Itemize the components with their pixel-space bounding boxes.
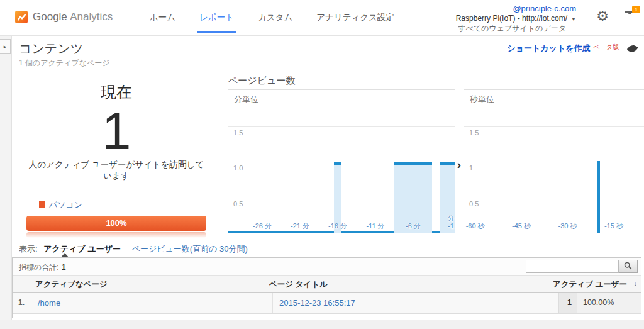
nav-item-home[interactable]: ホーム <box>150 0 175 35</box>
row-page-title: 2015-12-23 16:55:17 <box>272 293 558 313</box>
zero-line <box>251 231 258 233</box>
data-table: 指標の合計:1 アクティブなページ ページ タイトル アクティブ ユーザー ↓ … <box>12 257 641 318</box>
zero-line <box>319 231 326 233</box>
metric-total-label: 指標の合計: <box>19 263 59 272</box>
page-title-link[interactable]: 2015-12-23 16:55:17 <box>279 298 355 308</box>
brand: Google Analytics <box>15 11 113 23</box>
zero-line <box>432 231 440 233</box>
metric-total: 指標の合計:1 <box>19 262 65 273</box>
zero-line <box>266 231 274 233</box>
chart-bar <box>425 162 432 233</box>
account-info: @principle-c.com Raspberry Pi(IoT) - htt… <box>456 4 576 33</box>
zero-line <box>236 231 243 233</box>
create-shortcut-link[interactable]: ショートカットを作成 <box>507 43 590 54</box>
shortcut-row: ショートカットを作成 ベータ版 <box>507 43 639 54</box>
nav-item-admin[interactable]: アナリティクス設定 <box>316 0 394 35</box>
minute-plot: 1.51.00.5-26 分-21 分-16 分-11 分-6 分分 -1 <box>228 90 455 235</box>
column-header-active-users[interactable]: アクティブ ユーザー <box>553 279 627 290</box>
view-option-pageviews-link[interactable]: ページビュー数(直前の 30分間) <box>132 244 248 254</box>
zero-line <box>349 231 357 233</box>
column-header-active-page[interactable]: アクティブなページ <box>35 279 108 290</box>
table-search-input[interactable] <box>526 260 619 273</box>
column-header-page-title[interactable]: ページ タイトル <box>269 279 328 290</box>
zero-line <box>258 231 266 233</box>
zero-line <box>281 231 289 233</box>
screen: Google Analytics ホーム レポート カスタム アナリティクス設定… <box>0 0 644 329</box>
row-active-page: /home <box>30 293 272 313</box>
account-property-row[interactable]: Raspberry Pi(IoT) - http://iot.com/▼ <box>456 14 576 24</box>
view-toggle: 表示: アクティブ ユーザー ページビュー数(直前の 30分間) <box>19 243 248 255</box>
x-tick-label: -6 分 <box>406 222 421 230</box>
zero-line <box>296 231 304 233</box>
x-tick-label: -16 分 <box>328 222 347 230</box>
active-users-caption: 人のアクティブ ユーザーがサイトを訪問しています <box>26 159 206 182</box>
account-view-label: すべてのウェブサイトのデータ <box>456 24 566 33</box>
zero-line <box>387 231 394 233</box>
seconds-chart-panel: 秒単位 1.510.5-60 秒-45 秒-30 秒-15 秒 <box>464 89 644 235</box>
notification-badge: 1 <box>632 6 640 13</box>
zero-line <box>357 231 364 233</box>
device-legend-link[interactable]: パソコン <box>49 200 82 209</box>
brand-google: Google <box>33 11 67 23</box>
chevron-right-icon[interactable]: › <box>455 158 464 172</box>
row-active-users: 1 <box>558 293 577 313</box>
table-search-button[interactable] <box>619 260 638 273</box>
beta-badge: ベータ版 <box>594 43 619 52</box>
y-tick-label: 1 <box>469 164 473 172</box>
zero-line <box>311 231 319 233</box>
seconds-panel-label: 秒単位 <box>470 94 494 105</box>
nav-item-reports[interactable]: レポート <box>199 0 234 35</box>
grid-line <box>464 198 644 198</box>
table-search <box>526 260 638 273</box>
x-tick-label: -30 秒 <box>558 222 577 230</box>
zero-line <box>289 231 296 233</box>
zero-line <box>379 231 387 233</box>
brand-analytics: Analytics <box>70 11 113 23</box>
main-nav: ホーム レポート カスタム アナリティクス設定 <box>150 0 394 35</box>
x-tick-label: -60 秒 <box>466 222 485 230</box>
chart-bar <box>597 161 600 233</box>
x-tick-label: -21 分 <box>291 222 309 230</box>
active-page-link[interactable]: /home <box>38 298 60 308</box>
x-tick-label: -11 分 <box>366 222 384 230</box>
legend-swatch <box>39 201 45 208</box>
page-subtitle: 1 個のアクティブなページ <box>19 58 110 69</box>
sort-descending-icon[interactable]: ↓ <box>634 279 638 287</box>
device-percent-bar: 100% <box>26 216 206 231</box>
collapsed-sidebar: ▸ <box>0 36 12 329</box>
y-tick-label: 1.0 <box>233 164 243 172</box>
table-header-row: アクティブなページ ページ タイトル アクティブ ユーザー ↓ <box>13 276 641 293</box>
zero-line <box>274 231 281 233</box>
chart-title: ページビュー数 <box>228 75 295 87</box>
metric-total-value: 1 <box>62 263 66 272</box>
page-title: コンテンツ <box>19 40 83 57</box>
x-tick-label: -15 秒 <box>604 222 623 230</box>
y-tick-label: 1.5 <box>233 129 243 137</box>
zero-line <box>364 231 372 233</box>
sidebar-expand-button[interactable]: ▸ <box>0 39 11 54</box>
footer-band <box>0 320 644 329</box>
x-tick-label: -26 分 <box>253 222 272 230</box>
nav-item-custom[interactable]: カスタム <box>258 0 292 35</box>
y-tick-label: 0.5 <box>469 200 479 208</box>
active-users-count: 1 <box>26 103 206 159</box>
zero-line <box>341 231 349 233</box>
account-email-link[interactable]: @principle-c.com <box>456 4 576 14</box>
chart-bar <box>394 162 402 233</box>
notifications-bell-icon[interactable]: 1 <box>624 11 635 23</box>
search-icon <box>624 262 632 272</box>
google-analytics-logo-icon <box>15 11 28 23</box>
x-tick-label: 分 -1 <box>448 215 455 230</box>
view-option-active-users[interactable]: アクティブ ユーザー <box>43 244 121 254</box>
zero-line <box>228 231 236 233</box>
row-users-percent: 100.00% <box>577 293 641 313</box>
device-legend: パソコン <box>26 199 206 211</box>
eye-icon[interactable] <box>626 45 639 53</box>
minute-chart-panel: 分単位 1.51.00.5-26 分-21 分-16 分-11 分-6 分分 -… <box>228 89 455 235</box>
now-label: 現在 <box>26 82 206 103</box>
chevron-down-icon[interactable]: ▼ <box>571 16 576 22</box>
y-tick-label: 0.5 <box>233 200 243 208</box>
chart-bar <box>440 162 447 233</box>
settings-gear-icon[interactable]: ⚙ <box>596 8 609 25</box>
bell-clapper <box>628 13 631 14</box>
